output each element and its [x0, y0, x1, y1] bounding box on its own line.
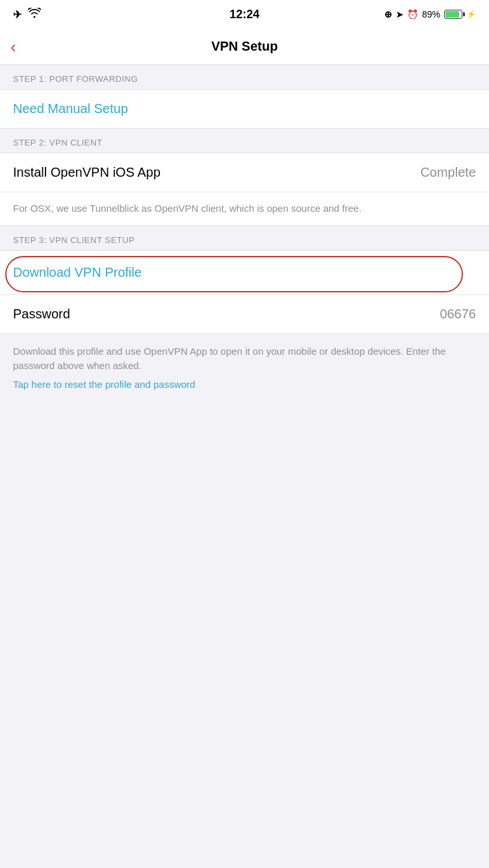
step2-description-cell: For OSX, we use Tunnelblick as OpenVPN c… — [0, 192, 489, 225]
password-cell: Password 06676 — [0, 295, 489, 333]
install-openvpn-label: Install OpenVPN iOS App — [13, 165, 161, 180]
page-title: VPN Setup — [211, 39, 278, 54]
airplane-icon: ✈ — [13, 8, 21, 21]
step2-section: Install OpenVPN iOS App Complete For OSX… — [0, 153, 489, 226]
password-value: 06676 — [440, 307, 476, 322]
step2-description: For OSX, we use Tunnelblick as OpenVPN c… — [13, 201, 476, 216]
lock-icon: ⊕ — [384, 9, 392, 19]
step3-header: STEP 3: VPN CLIENT SETUP — [0, 226, 489, 250]
step1-section: Need Manual Setup — [0, 89, 489, 129]
download-vpn-link[interactable]: Download VPN Profile — [13, 265, 142, 280]
status-bar-right: ⊕ ➤ ⏰ 89% ⚡ — [384, 9, 476, 19]
location-icon: ➤ — [396, 10, 403, 19]
install-openvpn-cell[interactable]: Install OpenVPN iOS App Complete — [0, 153, 489, 192]
manual-setup-link[interactable]: Need Manual Setup — [13, 101, 128, 116]
battery-percentage: 89% — [422, 9, 440, 19]
step3-description-container: Download this profile and use OpenVPN Ap… — [0, 334, 489, 396]
status-time: 12:24 — [230, 8, 259, 21]
wifi-icon — [28, 8, 41, 21]
nav-bar: ‹ VPN Setup — [0, 29, 489, 65]
step2-header: STEP 2: VPN CLIENT — [0, 129, 489, 153]
password-label: Password — [13, 307, 70, 322]
reset-link[interactable]: Tap here to reset the profile and passwo… — [13, 379, 476, 390]
manual-setup-cell[interactable]: Need Manual Setup — [0, 90, 489, 128]
back-button[interactable]: ‹ — [10, 38, 16, 55]
download-vpn-cell[interactable]: Download VPN Profile — [0, 251, 489, 295]
bottom-spacer — [0, 396, 489, 416]
battery-icon — [444, 10, 462, 19]
step3-section: Download VPN Profile Password 06676 — [0, 250, 489, 334]
install-openvpn-status: Complete — [420, 165, 476, 180]
step1-header: STEP 1: PORT FORWARDING — [0, 65, 489, 89]
step3-description: Download this profile and use OpenVPN Ap… — [13, 344, 476, 374]
charging-icon: ⚡ — [466, 10, 476, 19]
alarm-icon: ⏰ — [407, 9, 418, 19]
status-bar: ✈ 12:24 ⊕ ➤ ⏰ 89% ⚡ — [0, 0, 489, 29]
status-bar-left: ✈ — [13, 8, 41, 21]
